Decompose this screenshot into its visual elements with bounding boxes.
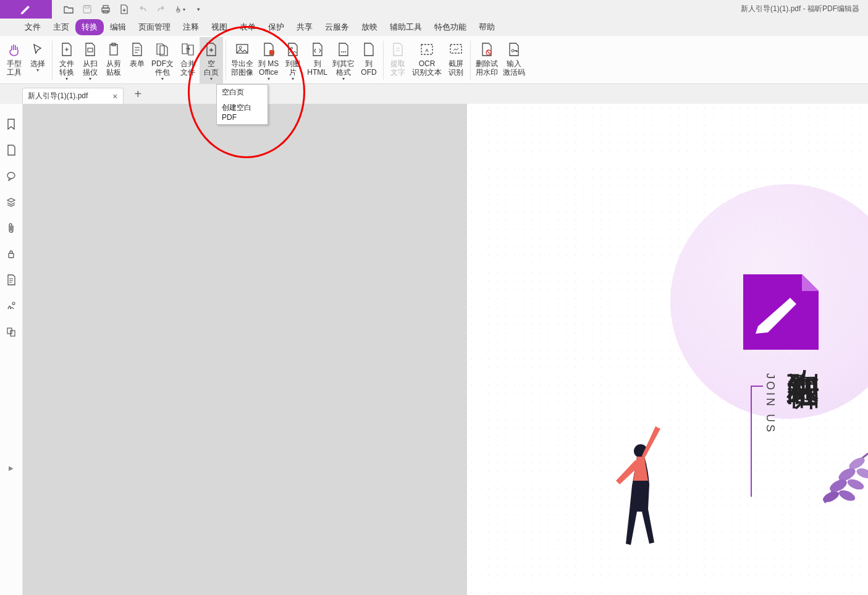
new-page-icon[interactable] (119, 4, 130, 15)
security-icon[interactable] (6, 248, 17, 260)
merge-files-button[interactable]: 合并 文件 (176, 37, 200, 83)
to-html-label: 到 HTML (307, 59, 327, 77)
menu-edit[interactable]: 编辑 (104, 19, 132, 35)
document-viewport[interactable]: JOIN US 欢迎来到福昕 (23, 104, 868, 595)
bookmark-icon[interactable] (6, 119, 17, 130)
select-button[interactable]: 选择 ▾ (26, 37, 49, 83)
menu-form[interactable]: 表单 (234, 19, 262, 35)
ocr-button[interactable]: A OCR 识别文本 (410, 37, 444, 83)
menu-page-manage[interactable]: 页面管理 (132, 19, 177, 35)
menu-convert[interactable]: 转换 (75, 19, 104, 35)
from-scanner-button[interactable]: 从扫 描仪 ▾ (78, 37, 102, 83)
ocr-label: OCR 识别文本 (412, 59, 442, 77)
from-clipboard-button[interactable]: 从剪 贴板 (102, 37, 125, 83)
add-tab-icon[interactable]: + (135, 87, 142, 104)
dropdown-create-blank-pdf[interactable]: 创建空白PDF (217, 100, 268, 124)
decorative-line (751, 386, 752, 497)
open-icon[interactable] (63, 4, 74, 15)
undo-icon[interactable] (137, 4, 148, 15)
document-page: JOIN US 欢迎来到福昕 (467, 104, 868, 595)
document-tab[interactable]: 新人引导(1)(1).pdf × (22, 88, 124, 104)
office-icon (260, 41, 277, 58)
separator (52, 41, 53, 80)
export-images-button[interactable]: 导出全 部图像 (229, 37, 256, 83)
remove-watermark-button[interactable]: 删除试 用水印 (473, 37, 500, 83)
person-illustration (599, 424, 685, 560)
comments-icon[interactable] (6, 171, 17, 182)
menu-protect[interactable]: 保护 (262, 19, 290, 35)
separator (383, 41, 384, 80)
menu-view[interactable]: 视图 (205, 19, 234, 35)
main-area: ▶ JOIN US 欢迎来到福昕 (0, 104, 868, 595)
ocr-icon: A (418, 41, 436, 58)
form-label: 表单 (130, 59, 145, 68)
touch-mode-icon[interactable]: ▾ (174, 4, 185, 15)
form-fields-icon[interactable] (6, 274, 17, 285)
screenshot-ocr-button[interactable]: 截屏 识别 (444, 37, 468, 83)
signature-icon[interactable] (6, 300, 17, 311)
layers-icon[interactable] (6, 196, 17, 208)
file-convert-icon (58, 41, 75, 58)
left-sidebar: ▶ (0, 104, 23, 595)
blank-page-icon (203, 41, 220, 58)
file-convert-button[interactable]: 文件 转换 ▾ (55, 37, 78, 83)
hand-tool-button[interactable]: 手型 工具 (2, 37, 26, 83)
pages-icon[interactable] (6, 145, 17, 156)
merge-files-label: 合并 文件 (180, 59, 195, 77)
menu-file[interactable]: 文件 (19, 19, 47, 35)
tab-title: 新人引导(1)(1).pdf (28, 91, 88, 101)
menu-home[interactable]: 主页 (47, 19, 75, 35)
dropdown-blank-page[interactable]: 空白页 (217, 85, 268, 100)
foxit-pen-icon (19, 3, 33, 15)
qat-more-icon[interactable]: ▾ (193, 4, 204, 15)
form-button[interactable]: 表单 (125, 37, 149, 83)
to-ofd-label: 到 OFD (361, 59, 376, 77)
expand-handle-icon[interactable]: ▶ (9, 465, 14, 471)
menu-comment[interactable]: 注释 (177, 19, 205, 35)
to-ofd-button[interactable]: 到 OFD (357, 37, 381, 83)
menu-features[interactable]: 特色功能 (428, 19, 473, 35)
to-image-button[interactable]: 到图 片 ▾ (281, 37, 305, 83)
portfolio-icon (154, 41, 171, 58)
watermark-icon (478, 41, 495, 58)
export-images-icon (234, 41, 251, 58)
pdf-portfolio-button[interactable]: PDF文 件包 ▾ (149, 37, 176, 83)
from-scanner-label: 从扫 描仪 (83, 59, 98, 77)
menu-present[interactable]: 放映 (355, 19, 384, 35)
blank-page-button[interactable]: 空 白页 ▾ (200, 37, 223, 83)
welcome-text: 欢迎来到福昕 (785, 344, 821, 351)
attachment-icon[interactable] (6, 222, 17, 234)
svg-point-14 (345, 51, 346, 53)
chevron-down-icon: ▾ (268, 76, 270, 82)
menu-accessibility[interactable]: 辅助工具 (384, 19, 428, 35)
print-icon[interactable] (100, 4, 111, 15)
svg-point-31 (846, 477, 865, 491)
leaves-illustration (806, 447, 868, 528)
document-tab-bar: 新人引导(1)(1).pdf × + (0, 84, 868, 104)
menu-bar: 文件 主页 转换 编辑 页面管理 注释 视图 表单 保护 共享 云服务 放映 辅… (0, 19, 868, 36)
menu-share[interactable]: 共享 (290, 19, 319, 35)
to-office-button[interactable]: 到 MS Office ▾ (256, 37, 281, 83)
to-other-button[interactable]: 到其它 格式 ▾ (330, 37, 357, 83)
menu-cloud[interactable]: 云服务 (319, 19, 355, 35)
window-title: 新人引导(1)(1).pdf - 福昕PDF编辑器 (741, 4, 859, 14)
chevron-down-icon: ▾ (210, 76, 213, 82)
compare-icon[interactable] (6, 326, 17, 337)
app-logo[interactable] (0, 0, 52, 19)
svg-point-9 (239, 46, 242, 49)
enter-key-button[interactable]: 输入 激活码 (500, 37, 528, 83)
to-image-label: 到图 片 (285, 59, 300, 77)
redo-icon[interactable] (156, 4, 167, 15)
svg-point-20 (7, 172, 15, 179)
to-office-label: 到 MS Office (258, 59, 279, 77)
pdf-portfolio-label: PDF文 件包 (151, 59, 174, 77)
clipboard-icon (105, 41, 122, 58)
extract-text-icon (389, 41, 407, 58)
svg-rect-5 (88, 48, 93, 52)
menu-help[interactable]: 帮助 (473, 19, 501, 35)
save-icon[interactable] (82, 4, 93, 15)
close-icon[interactable]: × (112, 93, 117, 100)
chevron-down-icon: ▾ (65, 76, 68, 82)
to-html-button[interactable]: 到 HTML (305, 37, 330, 83)
screenshot-ocr-label: 截屏 识别 (449, 59, 463, 77)
